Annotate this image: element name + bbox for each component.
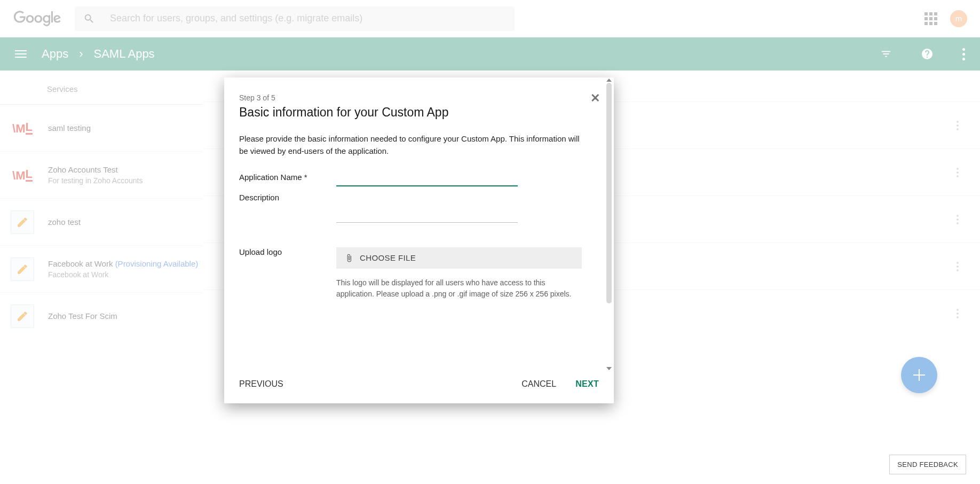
upload-logo-label: Upload logo <box>239 247 336 256</box>
send-feedback-button[interactable]: SEND FEEDBACK <box>889 455 966 474</box>
description-input[interactable] <box>336 193 518 223</box>
app-name-input[interactable] <box>336 173 518 186</box>
custom-app-modal: ✕ Step 3 of 5 Basic information for your… <box>224 77 614 403</box>
previous-button[interactable]: PREVIOUS <box>239 379 283 389</box>
modal-description: Please provide the basic information nee… <box>239 132 586 158</box>
choose-file-label: CHOOSE FILE <box>360 253 416 262</box>
app-name-label: Application Name * <box>239 173 336 182</box>
modal-title: Basic information for your Custom App <box>239 105 599 120</box>
close-icon[interactable]: ✕ <box>590 91 600 105</box>
cancel-button[interactable]: CANCEL <box>521 379 556 389</box>
next-button[interactable]: NEXT <box>575 379 599 389</box>
upload-hint: This logo will be displayed for all user… <box>336 277 582 300</box>
choose-file-button[interactable]: CHOOSE FILE <box>336 247 582 269</box>
attachment-icon <box>345 253 353 263</box>
step-indicator: Step 3 of 5 <box>239 93 599 102</box>
modal-scrollbar[interactable] <box>606 83 612 366</box>
description-label: Description <box>239 193 336 202</box>
